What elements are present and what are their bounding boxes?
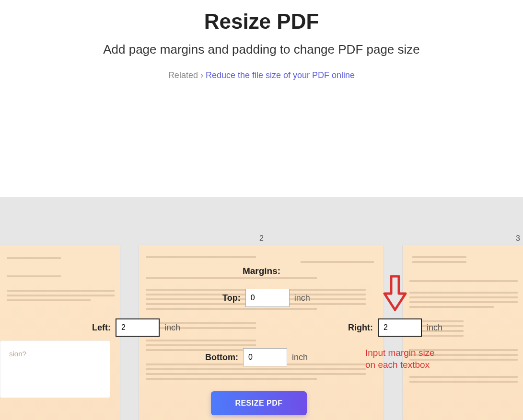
page-number-2: 2 [259,234,264,243]
annotation-text: Input margin size on each textbox [365,347,435,371]
margins-heading: Margins: [243,266,280,276]
left-label: Left: [92,323,111,333]
resize-button[interactable]: RESIZE PDF [211,391,307,415]
preview-stage: 2 3 sion? [0,197,523,420]
right-input[interactable] [378,318,422,337]
top-unit: inch [294,293,310,303]
right-label: Right: [348,323,373,333]
related-link[interactable]: Reduce the file size of your PDF online [206,70,355,80]
bottom-unit: inch [292,352,308,363]
annotation-line2: on each textbox [365,359,435,371]
right-unit: inch [427,323,442,333]
annotation-line1: Input margin size [365,347,435,359]
left-unit: inch [164,323,180,333]
page-subtitle: Add page margins and padding to change P… [0,42,523,57]
top-label: Top: [222,293,241,303]
page-number-3: 3 [516,234,520,243]
bottom-label: Bottom: [205,352,238,363]
left-input[interactable] [116,318,160,337]
top-input[interactable] [245,289,290,307]
page-title: Resize PDF [0,10,523,34]
related-prefix: Related › [168,70,203,80]
bottom-input[interactable] [243,348,287,366]
annotation-arrow-icon [383,274,407,314]
